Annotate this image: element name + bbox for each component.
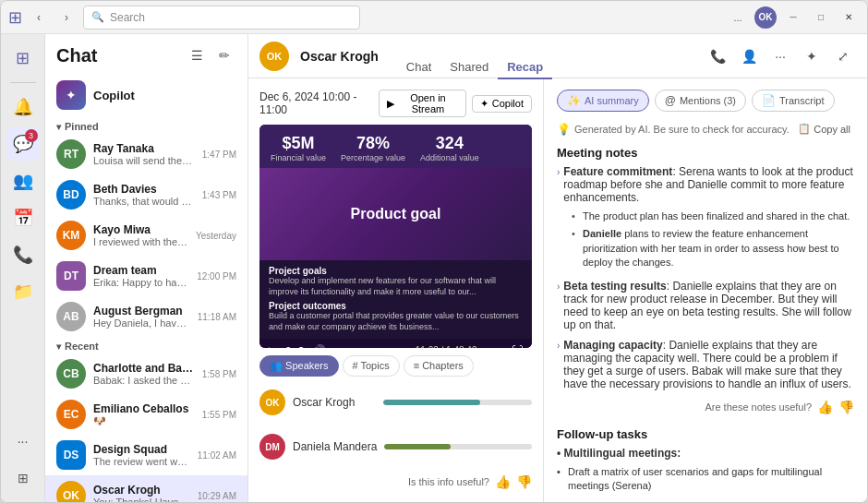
project-goals-text: Develop and implement new features for o… bbox=[269, 276, 523, 297]
copilot-header-button[interactable]: ✦ bbox=[799, 43, 825, 69]
video-main[interactable]: Product goal bbox=[259, 168, 532, 260]
speaker-name: Oscar Krogh bbox=[293, 396, 376, 409]
fullscreen-icon[interactable]: ⛶ bbox=[512, 344, 523, 348]
compose-button[interactable]: ✏ bbox=[212, 43, 236, 67]
filter-button[interactable]: ☰ bbox=[185, 43, 209, 67]
sidebar-item-more[interactable]: ··· bbox=[6, 425, 40, 458]
chat-title: Chat bbox=[56, 45, 97, 66]
maximize-button[interactable]: □ bbox=[810, 6, 832, 29]
sidebar-item-calls[interactable]: 📞 bbox=[6, 238, 40, 271]
volume-icon[interactable]: 🔊 bbox=[312, 344, 326, 348]
speaker-bar bbox=[384, 444, 532, 449]
copilot-button[interactable]: ✦ Copilot bbox=[472, 95, 532, 113]
phone-button[interactable]: 📞 bbox=[705, 43, 730, 69]
chat-info: Beth Davies Thanks, that would be nice. bbox=[93, 183, 195, 207]
list-item[interactable]: OK Oscar Krogh You: Thanks! Have a nice … bbox=[45, 475, 247, 502]
thumbs-up-icon[interactable]: 👍 bbox=[495, 474, 511, 489]
stat-label: Additional value bbox=[420, 153, 479, 162]
chat-time: 11:02 AM bbox=[198, 450, 236, 461]
ai-panel: ✨ AI summary @ Mentions (3) 📄 Transcript bbox=[544, 78, 867, 502]
note-item: › Feature commitment: Serena wants to lo… bbox=[557, 165, 854, 272]
note-sub: The product plan has been finalized and … bbox=[572, 208, 854, 272]
list-item[interactable]: RT Ray Tanaka Louisa will send the initi… bbox=[45, 134, 247, 174]
note-bullet: Danielle plans to review the feature enh… bbox=[572, 225, 854, 271]
notes-thumbs-up-icon[interactable]: 👍 bbox=[817, 400, 833, 414]
speed-label[interactable]: 1x bbox=[500, 346, 509, 348]
sidebar-item-teams-logo[interactable]: ⊞ bbox=[6, 42, 40, 75]
list-item[interactable]: EC Emiliano Ceballos 🐶 1:55 PM bbox=[45, 394, 247, 435]
note-header[interactable]: › Managing capacity: Danielle explains t… bbox=[557, 339, 854, 390]
person-button[interactable]: 👤 bbox=[736, 43, 762, 69]
minimize-button[interactable]: ─ bbox=[782, 6, 804, 29]
pill-mentions[interactable]: @ Mentions (3) bbox=[655, 90, 746, 112]
source-text: Generated by AI. Be sure to check for ac… bbox=[574, 124, 790, 135]
pill-transcript[interactable]: 📄 Transcript bbox=[752, 90, 835, 112]
avatar: OK bbox=[56, 481, 86, 502]
ai-source-left: 💡 Generated by AI. Be sure to check for … bbox=[557, 123, 790, 136]
sidebar-item-activity[interactable]: 🔔 bbox=[6, 90, 40, 124]
chat-preview: Babak: I asked the client to send... bbox=[93, 375, 195, 386]
follow-up-heading: Follow-up tasks bbox=[557, 427, 854, 441]
expand-button[interactable]: ⤢ bbox=[830, 43, 856, 69]
sidebar-item-calendar[interactable]: 📅 bbox=[6, 201, 40, 234]
tab-shared[interactable]: Shared bbox=[440, 56, 498, 79]
chat-name: Dream team bbox=[93, 264, 189, 277]
play-icon[interactable]: ▶ bbox=[269, 344, 277, 348]
speaker-bar-fill bbox=[384, 444, 451, 449]
pill-ai-summary[interactable]: ✨ AI summary bbox=[557, 90, 649, 112]
stat-value: 78% bbox=[341, 134, 405, 153]
forward-button[interactable]: › bbox=[55, 6, 78, 29]
list-item[interactable]: AB August Bergman Hey Daniela, I haven't… bbox=[45, 296, 247, 337]
chat-preview: Thanks, that would be nice. bbox=[93, 196, 195, 207]
ai-pill-bar: ✨ AI summary @ Mentions (3) 📄 Transcript bbox=[557, 90, 854, 112]
content-body: Dec 6, 2024 10:00 - 11:00 ▶ Open in Stre… bbox=[248, 78, 867, 502]
sidebar-item-chat[interactable]: 💬 3 bbox=[6, 127, 40, 161]
copilot-name: Copilot bbox=[93, 89, 135, 102]
stat-label: Percentage value bbox=[341, 153, 405, 162]
speaker-bar-fill bbox=[383, 400, 480, 405]
tab-topics[interactable]: # Topics bbox=[343, 355, 400, 377]
list-item[interactable]: DT Dream team Erika: Happy to have you b… bbox=[45, 256, 247, 296]
sidebar-item-apps[interactable]: ⊞ bbox=[6, 461, 40, 495]
icon-rail: ⊞ 🔔 💬 3 👥 📅 📞 📁 ··· ⊞ bbox=[1, 34, 45, 502]
feedback-row: Is this info useful? 👍 👎 bbox=[259, 473, 532, 491]
more-options-button[interactable]: ... bbox=[727, 6, 749, 29]
open-stream-button[interactable]: ▶ Open in Stream bbox=[379, 90, 466, 117]
note-header[interactable]: › Feature commitment: Serena wants to lo… bbox=[557, 165, 854, 204]
note-header[interactable]: › Beta testing results: Danielle explain… bbox=[557, 280, 854, 331]
search-bar[interactable]: 🔍 Search bbox=[83, 6, 360, 30]
sidebar-item-teams[interactable]: 👥 bbox=[6, 164, 40, 198]
avatar: EC bbox=[56, 400, 86, 429]
chat-info: Design Squad The review went well! bbox=[93, 443, 190, 467]
copilot-item[interactable]: ✦ Copilot bbox=[45, 73, 247, 117]
avatar: AB bbox=[56, 302, 86, 331]
list-item[interactable]: DS Design Squad The review went well! 11… bbox=[45, 435, 247, 475]
chat-panel: Chat ☰ ✏ ✦ Copilot Pinned RT Ray Tanaka … bbox=[45, 34, 248, 502]
close-button[interactable]: ✕ bbox=[838, 6, 860, 29]
tab-chapters[interactable]: ≡ Chapters bbox=[404, 355, 474, 377]
sidebar-item-files[interactable]: 📁 bbox=[6, 275, 40, 308]
forward-icon[interactable]: ⟳ bbox=[297, 344, 307, 348]
list-item[interactable]: BD Beth Davies Thanks, that would be nic… bbox=[45, 174, 247, 215]
video-card: $5M Financial value 78% Percentage value… bbox=[259, 125, 532, 348]
tab-speakers[interactable]: 👥 Speakers bbox=[259, 355, 339, 377]
notes-thumbs-down-icon[interactable]: 👎 bbox=[838, 400, 854, 414]
list-item[interactable]: CB Charlotte and Babak Babak: I asked th… bbox=[45, 353, 247, 394]
main-layout: ⊞ 🔔 💬 3 👥 📅 📞 📁 ··· ⊞ Chat ☰ ✏ bbox=[1, 34, 867, 502]
note-key: Beta testing results bbox=[563, 280, 666, 293]
list-item[interactable]: KM Kayo Miwa I reviewed with the client … bbox=[45, 215, 247, 256]
back-button[interactable]: ‹ bbox=[28, 6, 50, 29]
speaker-name: Daniela Mandera bbox=[293, 440, 377, 453]
copy-all-button[interactable]: 📋 Copy all bbox=[794, 121, 854, 137]
avatar: BD bbox=[56, 180, 86, 210]
chat-info: Ray Tanaka Louisa will send the initial … bbox=[93, 142, 195, 166]
chat-info: Kayo Miwa I reviewed with the client on … bbox=[93, 223, 188, 247]
tab-recap[interactable]: Recap bbox=[498, 56, 552, 79]
rewind-icon[interactable]: ⟲ bbox=[283, 344, 292, 348]
tab-chat[interactable]: Chat bbox=[397, 56, 440, 79]
more-button[interactable]: ··· bbox=[767, 43, 793, 69]
time-display: 11:23 / 1:48:42 bbox=[416, 345, 494, 348]
thumbs-down-icon[interactable]: 👎 bbox=[516, 474, 532, 489]
video-control-right: 1x ⛶ bbox=[500, 344, 524, 348]
chat-info: Emiliano Ceballos 🐶 bbox=[93, 402, 195, 427]
